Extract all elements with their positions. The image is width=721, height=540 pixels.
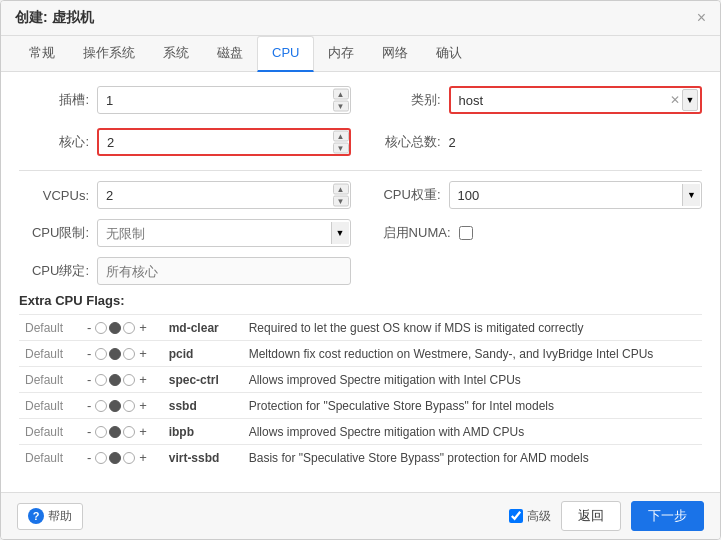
type-dropdown-arrow[interactable]: ▼: [682, 89, 698, 111]
cpu-limit-input[interactable]: [97, 219, 351, 247]
core-control: ▲ ▼: [97, 128, 351, 156]
flag-plus-btn[interactable]: +: [137, 346, 149, 361]
flag-circles: [95, 426, 135, 438]
flag-default-label: Default: [19, 341, 79, 367]
cpu-weight-row: CPU权重: ▼: [371, 181, 703, 209]
dialog-header: 创建: 虚拟机 ×: [1, 1, 720, 36]
create-vm-dialog: 创建: 虚拟机 × 常规 操作系统 系统 磁盘 CPU 内存 网络 确认 插槽:…: [0, 0, 721, 540]
circle: [123, 322, 135, 334]
dialog-title: 创建: 虚拟机: [15, 9, 94, 27]
flag-circles: [95, 374, 135, 386]
flags-title: Extra CPU Flags:: [19, 293, 702, 308]
tab-confirm[interactable]: 确认: [422, 36, 476, 72]
slot-down-arrow[interactable]: ▼: [333, 101, 349, 112]
vcpus-up-arrow[interactable]: ▲: [333, 184, 349, 195]
flag-toggle: -+: [79, 367, 163, 393]
flag-desc: Required to let the guest OS know if MDS…: [243, 315, 702, 341]
core-up-arrow[interactable]: ▲: [333, 131, 349, 142]
flags-section: Extra CPU Flags: Default-+md-clearRequir…: [19, 293, 702, 470]
tab-cpu[interactable]: CPU: [257, 36, 314, 72]
total-core-label: 核心总数:: [371, 133, 441, 151]
circle: [123, 374, 135, 386]
help-button[interactable]: ? 帮助: [17, 503, 83, 530]
flag-minus-btn[interactable]: -: [85, 424, 93, 439]
back-button[interactable]: 返回: [561, 501, 621, 531]
core-down-arrow[interactable]: ▼: [333, 143, 349, 154]
cpu-limit-label: CPU限制:: [19, 224, 89, 242]
cpu-bind-input[interactable]: [97, 257, 351, 285]
flag-plus-btn[interactable]: +: [137, 372, 149, 387]
circle: [123, 426, 135, 438]
flag-toggle: -+: [79, 341, 163, 367]
flag-plus-btn[interactable]: +: [137, 320, 149, 335]
type-control: ✕ ▼: [449, 86, 703, 114]
total-core-row: 核心总数: 2: [371, 128, 703, 156]
flag-name: virt-ssbd: [163, 445, 243, 471]
tab-disk[interactable]: 磁盘: [203, 36, 257, 72]
tab-memory[interactable]: 内存: [314, 36, 368, 72]
cpu-weight-input[interactable]: [449, 181, 703, 209]
type-clear-icon[interactable]: ✕: [670, 93, 680, 107]
vcpus-input[interactable]: [97, 181, 351, 209]
tab-os[interactable]: 操作系统: [69, 36, 149, 72]
advanced-checkbox[interactable]: [509, 509, 523, 523]
core-row: 核心: ▲ ▼: [19, 128, 351, 156]
flag-name: ibpb: [163, 419, 243, 445]
type-input[interactable]: [449, 86, 703, 114]
circle: [95, 426, 107, 438]
flag-plus-btn[interactable]: +: [137, 398, 149, 413]
flag-desc: Meltdown fix cost reduction on Westmere,…: [243, 341, 702, 367]
tab-system[interactable]: 系统: [149, 36, 203, 72]
dialog-footer: ? 帮助 高级 返回 下一步: [1, 492, 720, 539]
type-label: 类别:: [371, 91, 441, 109]
cpu-weight-control: ▼: [449, 181, 703, 209]
flag-minus-btn[interactable]: -: [85, 372, 93, 387]
cpu-limit-arrow[interactable]: ▼: [331, 222, 349, 244]
flag-minus-btn[interactable]: -: [85, 450, 93, 465]
flag-row: Default-+ssbdProtection for "Speculative…: [19, 393, 702, 419]
slot-label: 插槽:: [19, 91, 89, 109]
circle: [109, 322, 121, 334]
circle: [95, 400, 107, 412]
flag-row: Default-+ibpbAllows improved Spectre mit…: [19, 419, 702, 445]
flag-minus-btn[interactable]: -: [85, 398, 93, 413]
cpu-bind-row: CPU绑定:: [19, 257, 351, 285]
flag-name: md-clear: [163, 315, 243, 341]
flag-plus-btn[interactable]: +: [137, 450, 149, 465]
slot-input[interactable]: [97, 86, 351, 114]
flag-name: ssbd: [163, 393, 243, 419]
slot-up-arrow[interactable]: ▲: [333, 89, 349, 100]
vcpus-control: ▲ ▼: [97, 181, 351, 209]
cpu-weight-arrow[interactable]: ▼: [682, 184, 700, 206]
next-button[interactable]: 下一步: [631, 501, 704, 531]
flag-minus-btn[interactable]: -: [85, 320, 93, 335]
core-label: 核心:: [19, 133, 89, 151]
close-button[interactable]: ×: [697, 10, 706, 26]
core-input[interactable]: [97, 128, 351, 156]
flag-minus-btn[interactable]: -: [85, 346, 93, 361]
flag-desc: Protection for "Speculative Store Bypass…: [243, 393, 702, 419]
vcpus-row: VCPUs: ▲ ▼: [19, 181, 351, 209]
slot-control: ▲ ▼: [97, 86, 351, 114]
flags-table: Default-+md-clearRequired to let the gue…: [19, 314, 702, 470]
flag-plus-btn[interactable]: +: [137, 424, 149, 439]
tab-network[interactable]: 网络: [368, 36, 422, 72]
footer-left: ? 帮助: [17, 503, 83, 530]
flag-name: pcid: [163, 341, 243, 367]
cpu-bind-control: [97, 257, 351, 285]
vcpus-down-arrow[interactable]: ▼: [333, 196, 349, 207]
help-label: 帮助: [48, 508, 72, 525]
slot-spinners: ▲ ▼: [333, 89, 349, 112]
tab-general[interactable]: 常规: [15, 36, 69, 72]
vcpus-label: VCPUs:: [19, 188, 89, 203]
numa-checkbox[interactable]: [459, 226, 473, 240]
flag-name: spec-ctrl: [163, 367, 243, 393]
flag-desc: Allows improved Spectre mitigation with …: [243, 367, 702, 393]
flag-circles: [95, 348, 135, 360]
circle: [109, 452, 121, 464]
cpu-limit-control: ▼: [97, 219, 351, 247]
help-icon: ?: [28, 508, 44, 524]
cpu-limit-row: CPU限制: ▼: [19, 219, 351, 247]
divider-1: [19, 170, 702, 171]
flag-toggle: -+: [79, 445, 163, 471]
